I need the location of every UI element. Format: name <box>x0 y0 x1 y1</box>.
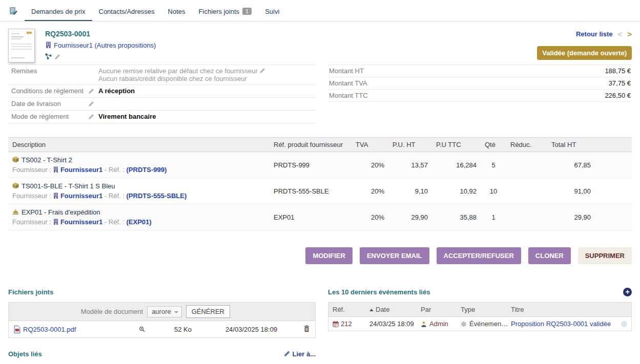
generate-button[interactable]: GÉNÉRER <box>186 305 230 318</box>
amounts-table: Montant HT 188,75 € Montant TVA 37,75 € … <box>328 65 632 123</box>
edit-pencil-icon[interactable] <box>88 88 94 94</box>
clone-button[interactable]: CLONER <box>528 247 571 264</box>
add-event-button[interactable]: + <box>623 288 632 296</box>
product-link[interactable]: EXP01 - Frais d'expédition <box>22 208 100 216</box>
edit-pencil-icon[interactable] <box>88 114 94 120</box>
modify-button[interactable]: MODIFIER <box>305 247 353 264</box>
field-row-remises: Remises Aucune remise relative par défau… <box>8 65 316 85</box>
delete-button[interactable]: SUPPRIMER <box>578 247 632 264</box>
service-line-row: EXP01 - Frais d'expédition Fournisseur :… <box>8 204 632 230</box>
tab-label: Fichiers joints <box>199 8 239 15</box>
event-user-link[interactable]: Admin <box>429 320 448 328</box>
status-badge: Validée (demande ouverte) <box>537 46 632 60</box>
file-size: 52 Ko <box>160 326 206 333</box>
product-link[interactable]: TS002 - T-Shirt 2 <box>22 156 72 164</box>
delete-trash-icon[interactable] <box>303 325 310 332</box>
company-link[interactable]: Fournisseur1 <box>54 41 93 49</box>
edit-pencil-icon[interactable] <box>259 68 265 74</box>
sort-ascending-icon <box>369 309 374 311</box>
tab-fichiers-joints[interactable]: Fichiers joints1 <box>192 2 259 21</box>
prev-record-arrow[interactable]: < <box>617 30 622 38</box>
gear-icon <box>461 321 467 327</box>
project-share-icon[interactable] <box>45 53 52 60</box>
tab-notes[interactable]: Notes <box>161 2 192 21</box>
cell-total-ht: 67,85 <box>547 152 632 178</box>
field-row-payment-mode: Mode de règlement Virement bancaire <box>8 111 316 123</box>
product-supplier-line: Fournisseur :Fournisseur1 - Réf. : (PRDT… <box>12 166 265 174</box>
cell-ref: PRDTS-999 <box>270 152 352 178</box>
tab-label: Notes <box>168 8 185 15</box>
chevron-down-icon <box>174 311 178 313</box>
pdf-file-icon <box>14 326 20 333</box>
col-par: Par <box>421 306 461 313</box>
supplier-link[interactable]: Fournisseur1 <box>60 218 102 226</box>
cell-pu-ht: 29,90 <box>388 204 432 230</box>
amount-label: Montant HT <box>329 67 605 75</box>
tab-suivi[interactable]: Suivi <box>258 2 286 21</box>
tab-contacts-adresses[interactable]: Contacts/Adresses <box>92 2 161 21</box>
event-ref-link[interactable]: 212 <box>341 320 352 328</box>
calendar-icon <box>333 321 339 327</box>
supplier-link[interactable]: Fournisseur1 <box>60 192 102 200</box>
col-tva: TVA <box>352 138 388 152</box>
col-description: Description <box>8 138 270 152</box>
field-label: Date de livraison <box>11 100 88 108</box>
product-title: EXP01 - Frais d'expédition <box>12 208 265 216</box>
document-model-label: Modèle de document <box>81 308 143 315</box>
product-cube-icon <box>12 182 19 189</box>
tab-demandes-de-prix[interactable]: Demandes de prix <box>25 2 92 21</box>
cell-tva: 20% <box>352 152 388 178</box>
supplier-link[interactable]: Fournisseur1 <box>60 166 102 174</box>
cell-qte: 5 <box>481 152 506 178</box>
building-icon <box>53 192 59 199</box>
company-suffix: (Autres propositions) <box>95 41 156 49</box>
field-row-payment-terms: Conditions de règlement A réception <box>8 85 316 98</box>
supplier-ref-link[interactable]: (PRDTS-555-SBLE) <box>127 192 187 200</box>
lines-header-row: Description Réf. produit fournisseur TVA… <box>8 138 632 152</box>
tab-label: Suivi <box>265 8 279 15</box>
col-ref-produit: Réf. produit fournisseur <box>270 138 352 152</box>
product-line-row: TS001-S-BLE - T-Shirt 1 S Bleu Fournisse… <box>8 178 632 204</box>
product-line-row: TS002 - T-Shirt 2 Fournisseur :Fournisse… <box>8 152 632 178</box>
tab-label: Demandes de prix <box>31 8 86 15</box>
building-icon <box>53 166 59 173</box>
document-model-select[interactable]: aurore <box>147 306 182 317</box>
fields-table: Remises Aucune remise relative par défau… <box>8 65 316 123</box>
events-table: Réf. Date Par Type Titre 212 24/03/25 18… <box>328 302 632 331</box>
company-line: Fournisseur1 (Autres propositions) <box>45 41 156 49</box>
cell-pu-ttc: 16,284 <box>432 152 481 178</box>
supplier-ref-link[interactable]: (PRDTS-999) <box>127 166 167 174</box>
product-supplier-line: Fournisseur :Fournisseur1 - Réf. : (PRDT… <box>12 192 265 200</box>
action-buttons: MODIFIER ENVOYER EMAIL ACCEPTER/REFUSER … <box>8 247 632 264</box>
col-pu-ht: P.U. HT <box>388 138 432 152</box>
col-date[interactable]: Date <box>369 306 421 313</box>
preview-magnifier-icon[interactable] <box>139 326 145 332</box>
event-row: 212 24/03/25 18:09 Admin Événemen… Propo… <box>328 317 631 331</box>
col-reduc: Réduc. <box>506 138 547 152</box>
event-title-link[interactable]: Proposition RQ2503-0001 validée <box>511 320 611 328</box>
field-value: Virement bancaire <box>98 113 316 120</box>
attachment-count-badge: 1 <box>242 8 252 15</box>
document-thumbnail[interactable] <box>8 29 35 62</box>
cell-qte: 10 <box>481 178 506 204</box>
field-label: Conditions de règlement <box>11 87 88 95</box>
attachment-file-link[interactable]: RQ2503-0001.pdf <box>23 326 76 333</box>
building-icon <box>45 41 52 48</box>
next-record-arrow[interactable]: > <box>627 30 632 38</box>
col-type: Type <box>461 306 511 313</box>
supplier-ref-link[interactable]: (EXP01) <box>127 218 152 226</box>
attachments-table: Modèle de document aurore GÉNÉRER RQ2503… <box>8 302 316 338</box>
event-status-dot <box>621 321 627 327</box>
send-email-button[interactable]: ENVOYER EMAIL <box>360 247 429 264</box>
col-titre: Titre <box>511 306 627 313</box>
building-icon <box>53 219 59 225</box>
product-link[interactable]: TS001-S-BLE - T-Shirt 1 S Bleu <box>22 182 115 190</box>
edit-pencil-icon[interactable] <box>54 54 60 60</box>
events-title: Les 10 derniers événements liés <box>328 288 430 296</box>
edit-pencil-icon[interactable] <box>88 101 94 107</box>
amount-row-ttc: Montant TTC 226,50 € <box>328 90 632 102</box>
attachment-file-row: RQ2503-0001.pdf 52 Ko 24/03/2025 18:09 <box>9 321 315 337</box>
link-to-action[interactable]: Lier à... <box>284 350 316 358</box>
accept-refuse-button[interactable]: ACCEPTER/REFUSER <box>437 247 521 264</box>
back-to-list-link[interactable]: Retour liste <box>576 30 613 38</box>
